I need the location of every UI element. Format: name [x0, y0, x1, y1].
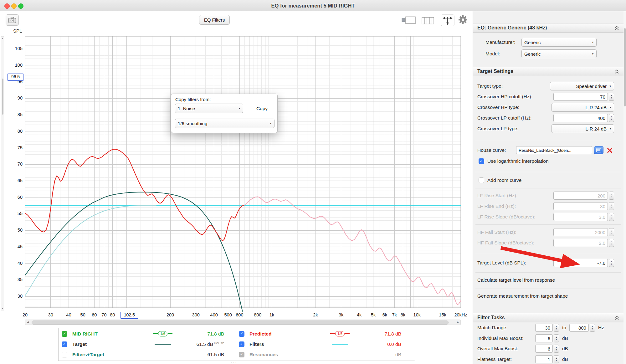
trace-label: Filters	[249, 341, 314, 347]
x-tick-label: 20	[15, 312, 35, 317]
target-checkbox[interactable]: ✓	[62, 341, 67, 347]
target-level-field[interactable]: -7.6	[553, 259, 608, 267]
match-range-row: Match Range: 30 ▲▼ to 800 ▲▼ Hz	[473, 323, 623, 332]
flatness-target-stepper[interactable]: ▲▼	[554, 355, 559, 363]
overall-max-boost-stepper[interactable]: ▲▼	[554, 345, 559, 353]
check-icon: ✓	[480, 159, 483, 163]
target-settings-header[interactable]: Target Settings	[473, 67, 623, 76]
individual-max-boost-label: Individual Max Boost:	[477, 336, 535, 341]
match-range-to-field[interactable]: 800	[569, 324, 589, 332]
scroll-right-icon[interactable]: ▶	[457, 321, 459, 324]
mid-right-checkbox[interactable]: ✓	[62, 331, 67, 337]
scroll-left-icon[interactable]: ◀	[27, 321, 29, 324]
collapse-section-icon[interactable]	[614, 316, 619, 320]
hp-type-dropdown[interactable]: L-R 24 dB▼	[552, 103, 614, 112]
clear-house-curve-button[interactable]	[605, 146, 614, 154]
check-icon: ✓	[240, 342, 243, 346]
match-range-from-stepper[interactable]: ▲▼	[554, 324, 559, 332]
smoothing-badge[interactable]: 1/6	[314, 331, 366, 336]
individual-max-boost-field[interactable]: 6	[535, 334, 553, 342]
house-curve-row: House curve: ResoNix_Laid-Back_(Gden...	[473, 146, 623, 155]
smoothing-value: 1/6	[335, 331, 345, 336]
x-tick-label: 20kHz	[451, 312, 471, 317]
smoothing-value: 1/6 smoothing	[175, 121, 269, 126]
use-log-label: Use logarithmic interpolation	[487, 158, 549, 164]
trace-label: Target	[72, 341, 136, 347]
browse-house-curve-button[interactable]	[594, 146, 603, 154]
trace-value: 61.5 dB	[189, 352, 224, 357]
match-range-to-stepper[interactable]: ▲▼	[590, 324, 595, 332]
x-tick-label: 10k	[407, 312, 427, 317]
copy-source-dropdown[interactable]: 1: Noise ▼	[175, 104, 243, 113]
hf-fall-slope-label: HF Fall Slope (dB/octave):	[477, 240, 553, 246]
lp-cutoff-field[interactable]: 400	[553, 114, 608, 122]
lf-rise-end-label: LF Rise End (Hz):	[477, 203, 553, 209]
house-suffix: HOUSE	[214, 342, 224, 345]
hp-cutoff-stepper[interactable]: ▲▼	[609, 93, 614, 101]
lp-cutoff-stepper[interactable]: ▲▼	[609, 114, 614, 122]
check-icon: ✓	[240, 332, 243, 336]
generate-measurement-button[interactable]: Generate measurement from target shape	[477, 293, 568, 299]
legend-column-right: ✓ Predicted 1/6 71.8 dB ✓ Filters 0.0 dB…	[239, 329, 413, 361]
calculate-target-level-button[interactable]: Calculate target level from response	[477, 277, 555, 283]
graph-horizontal-scrollbar[interactable]: ◀ ▶	[25, 320, 461, 325]
smoothing-dropdown[interactable]: 1/6 smoothing ▼	[175, 119, 275, 128]
house-curve-field[interactable]: ResoNix_Laid-Back_(Gden...	[516, 146, 592, 154]
lf-rise-start-row: LF Rise Start (Hz): 200 ▲▼	[473, 191, 623, 200]
trace-value: dB	[366, 352, 401, 357]
copy-button[interactable]: Copy	[250, 104, 274, 113]
y-tick-label: 75	[6, 145, 23, 150]
collapse-section-icon[interactable]	[614, 69, 619, 74]
filter-tasks-header[interactable]: Filter Tasks	[473, 313, 623, 322]
lp-cutoff-label: Crossover LP cutoff (Hz):	[477, 115, 553, 121]
eq-section-header[interactable]: EQ: Generic Generic (48 kHz)	[473, 23, 623, 33]
match-range-from-field[interactable]: 30	[535, 324, 553, 332]
target-level-row: Target Level (dB SPL): -7.6 ▲▼	[473, 259, 623, 267]
use-log-checkbox[interactable]: ✓	[479, 158, 484, 164]
overall-max-boost-row: Overall Max Boost: 6 ▲▼ dB	[473, 344, 623, 353]
collapse-section-icon[interactable]	[614, 26, 619, 30]
panel-scrollbar[interactable]	[623, 11, 626, 364]
hf-fall-start-row: HF Fall Start (Hz): 2000 ▲▼	[473, 228, 623, 237]
section-title: Filter Tasks	[477, 315, 505, 320]
lp-type-label: Crossover LP type:	[477, 126, 552, 131]
spl-graph[interactable]	[0, 11, 473, 316]
smoothing-badge[interactable]: 1/6	[136, 331, 189, 336]
target-level-stepper[interactable]: ▲▼	[609, 259, 614, 267]
scroll-down-icon[interactable]: ▼	[1, 307, 4, 310]
overall-max-boost-field[interactable]: 6	[535, 345, 553, 353]
scrollbar-thumb[interactable]	[2, 79, 3, 115]
y-tick-label: 50	[6, 228, 23, 233]
flatness-target-field[interactable]: 1	[535, 355, 553, 363]
y-tick-label: 40	[6, 261, 23, 266]
manufacturer-dropdown[interactable]: Generic▼	[521, 38, 597, 47]
model-dropdown[interactable]: Generic▼	[521, 49, 597, 58]
manufacturer-row: Manufacturer: Generic▼	[473, 38, 623, 47]
trace-value: 71.8 dB	[189, 331, 224, 337]
graph-vertical-scrollbar[interactable]: ▲ ▼	[1, 36, 4, 310]
filters-checkbox[interactable]: ✓	[239, 341, 244, 347]
x-tick-label: 600	[229, 312, 249, 317]
scroll-up-icon[interactable]: ▲	[1, 37, 4, 39]
hf-fall-start-field: 2000	[553, 228, 608, 236]
use-log-row: ✓ Use logarithmic interpolation	[473, 157, 623, 166]
filters-target-checkbox[interactable]	[62, 352, 67, 357]
target-type-dropdown[interactable]: Speaker driver▼	[550, 82, 614, 90]
model-row: Model: Generic▼	[473, 49, 623, 58]
x-tick-label: 30	[41, 312, 61, 317]
db-unit-label: dB	[562, 346, 568, 351]
overall-max-boost-label: Overall Max Boost:	[477, 346, 535, 351]
predicted-checkbox[interactable]: ✓	[239, 331, 244, 337]
lp-type-dropdown[interactable]: L-R 24 dB▼	[552, 124, 614, 133]
add-room-curve-row: Add room curve	[473, 176, 623, 185]
scrollbar-thumb[interactable]	[624, 28, 626, 106]
hf-fall-slope-row: HF Fall Slope (dB/octave): 2.0 ▲▼	[473, 238, 623, 247]
resonances-checkbox[interactable]: ✓	[239, 352, 244, 357]
lf-rise-end-field: 30	[553, 202, 608, 210]
add-room-curve-checkbox[interactable]	[479, 177, 484, 183]
hf-fall-slope-stepper: ▲▼	[609, 239, 614, 247]
scrollbar-thumb[interactable]	[32, 320, 449, 325]
hp-cutoff-field[interactable]: 70	[553, 93, 608, 101]
individual-max-boost-stepper[interactable]: ▲▼	[554, 334, 559, 342]
legend-row-filters: ✓ Filters 0.0 dB	[239, 339, 413, 349]
